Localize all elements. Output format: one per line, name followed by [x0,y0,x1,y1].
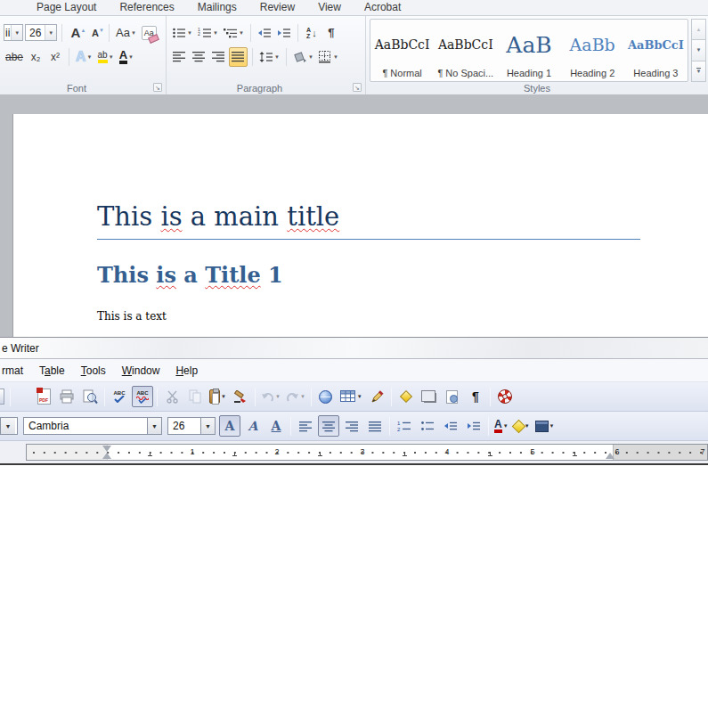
tab-acrobat[interactable]: Acrobat [353,0,412,15]
font-name-combo[interactable]: ii ▼ [4,24,23,41]
style-heading3[interactable]: AaBbCcI Heading 3 [624,20,688,81]
show-draw-functions-button[interactable] [366,386,387,407]
chevron-down-icon[interactable]: ▼ [275,394,281,399]
font-color-button[interactable]: A▼ [118,47,135,67]
writer-justify-button[interactable] [364,415,386,437]
multilevel-list-button[interactable]: ▼ [222,23,246,43]
style-heading2[interactable]: AaBb Heading 2 [561,20,624,81]
chevron-down-icon[interactable]: ▼ [11,25,22,40]
word-body-paragraph[interactable]: This is a text [97,310,167,323]
clipped-button[interactable] [0,389,4,405]
page-preview-button[interactable] [79,386,101,407]
first-line-indent-marker[interactable] [102,446,111,452]
word-page[interactable]: This is a main title This is a Title 1 T… [12,114,708,337]
tab-references[interactable]: References [108,0,185,15]
align-left-button[interactable] [170,47,188,67]
chevron-down-icon[interactable]: ▼ [45,25,56,40]
subscript-button[interactable]: x₂ [27,47,45,67]
writer-decrease-indent-button[interactable] [440,415,461,437]
numbering-button[interactable]: 12▼ [196,23,220,43]
writer-highlighting-button[interactable]: ▼ [512,415,532,437]
styles-scroll-up-button[interactable]: ▲ [691,19,706,40]
superscript-button[interactable]: x² [46,47,64,67]
writer-numbering-button[interactable]: 12 [394,415,415,437]
tab-view[interactable]: View [306,0,353,15]
menu-tools[interactable]: Tools [73,361,114,380]
navigator-button[interactable] [395,386,417,407]
writer-bullets-button[interactable] [417,415,438,437]
italic-button[interactable]: A [242,415,264,437]
redo-button[interactable]: ▼ [284,386,307,407]
print-button[interactable] [56,386,77,407]
writer-align-left-button[interactable] [295,415,316,437]
justify-button[interactable] [229,47,248,67]
formatting-marks-button[interactable]: ¶ [465,386,486,407]
decrease-indent-button[interactable] [256,23,273,43]
align-center-button[interactable] [190,47,208,67]
export-pdf-button[interactable]: PDF [33,386,54,407]
paragraph-dialog-launcher[interactable]: ↘ [353,83,362,92]
horizontal-ruler[interactable]: 1 2 3 4 5 6 7 [26,444,708,461]
bold-button[interactable]: A [219,415,240,437]
hyperlink-button[interactable] [315,386,337,407]
writer-font-color-button[interactable]: A▼ [492,415,510,437]
menu-format-partial[interactable]: rmat [0,361,31,380]
word-heading1-paragraph[interactable]: This is a Title 1 [97,262,283,288]
show-formatting-marks-button[interactable]: ¶ [322,23,340,43]
left-indent-marker[interactable] [102,453,111,459]
tab-review[interactable]: Review [248,0,306,15]
align-right-button[interactable] [209,47,227,67]
writer-title-bar[interactable]: e Writer [0,337,708,359]
increase-indent-button[interactable] [275,23,293,43]
chevron-down-icon[interactable]: ▼ [357,394,362,399]
writer-increase-indent-button[interactable] [463,415,484,437]
text-effects-button[interactable]: A▼ [74,47,94,67]
writer-background-color-button[interactable]: ▼ [533,415,557,437]
auto-spellcheck-button[interactable]: ABC [132,386,153,407]
change-case-button[interactable]: Aa▼ [114,23,138,43]
help-button[interactable] [494,386,516,407]
data-sources-button[interactable] [442,386,463,407]
gallery-button[interactable] [419,386,440,407]
chevron-down-icon[interactable]: ▼ [300,394,305,399]
chevron-down-icon[interactable]: ▼ [549,423,555,429]
chevron-down-icon[interactable]: ▼ [221,394,226,399]
paragraph-style-combo[interactable]: ▼ [0,417,18,435]
writer-font-name-combo[interactable]: Cambria ▼ [23,417,162,435]
shading-button[interactable]: ▼ [291,47,315,67]
format-paintbrush-button[interactable] [230,386,251,407]
styles-scroll-down-button[interactable]: ▼ [691,40,706,61]
chevron-down-icon[interactable]: ▼ [503,423,509,429]
copy-button[interactable] [184,386,206,407]
spellcheck-button[interactable]: ABC [109,386,130,407]
right-indent-marker[interactable] [606,453,614,459]
chevron-down-icon[interactable]: ▼ [1,418,15,434]
style-heading1[interactable]: AaB Heading 1 [497,20,560,81]
styles-more-button[interactable]: ▼ [691,61,706,82]
tab-page-layout[interactable]: Page Layout [25,0,108,15]
font-dialog-launcher[interactable]: ↘ [153,83,162,92]
grow-font-button[interactable]: A▲ [67,23,85,43]
paste-button[interactable]: ▼ [208,386,228,407]
tab-mailings[interactable]: Mailings [186,0,248,15]
style-no-spacing[interactable]: AaBbCcI ¶ No Spaci... [434,20,497,81]
writer-align-right-button[interactable] [341,415,362,437]
writer-font-size-combo[interactable]: 26 ▼ [167,417,216,435]
word-title-paragraph[interactable]: This is a main title [97,201,339,232]
underline-button[interactable]: A [265,415,287,437]
chevron-down-icon[interactable]: ▼ [200,418,215,434]
bullets-button[interactable]: ▼ [170,23,194,43]
chevron-down-icon[interactable]: ▼ [147,418,161,434]
strikethrough-button[interactable]: abe [4,47,25,67]
cut-button[interactable] [161,386,183,407]
sort-button[interactable]: AZ ↓ [303,23,321,43]
menu-table[interactable]: Table [31,361,73,380]
insert-table-button[interactable]: ▼ [338,386,364,407]
writer-align-center-button[interactable] [318,415,339,437]
shrink-font-button[interactable]: A▼ [86,23,104,43]
undo-button[interactable]: ▼ [259,386,282,407]
font-size-combo[interactable]: 26 ▼ [25,24,57,41]
borders-button[interactable]: ▼ [317,47,340,67]
line-spacing-button[interactable]: ▼ [257,47,281,67]
clear-formatting-button[interactable]: Aa [140,23,159,43]
